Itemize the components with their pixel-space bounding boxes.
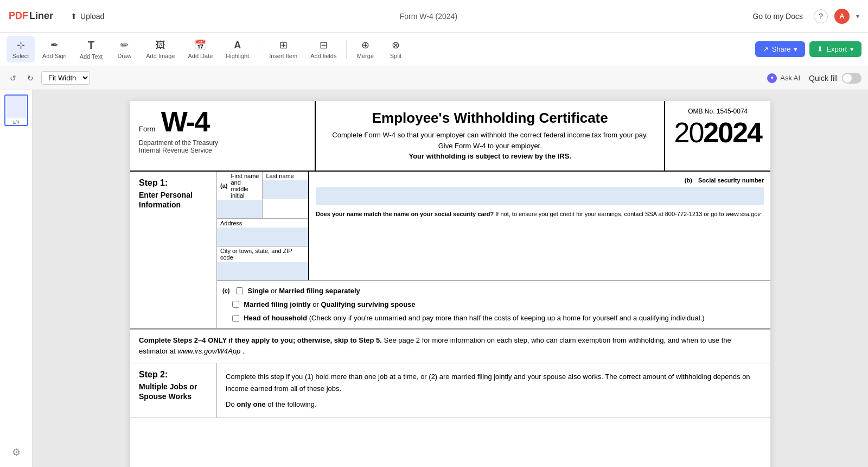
undo-button[interactable]: ↺ — [7, 72, 20, 85]
tool-split[interactable]: ⊗ Split — [381, 36, 410, 62]
document-area: Form W-4 Department of the Treasury Inte… — [33, 90, 868, 467]
settings-button[interactable]: ⚙ — [8, 442, 25, 463]
last-name-label: Last name — [263, 172, 308, 180]
header-right: Go to my Docs ? A ▾ — [748, 9, 859, 24]
add-text-icon: T — [88, 39, 94, 52]
merge-icon: ⊕ — [361, 39, 369, 51]
ssn-header: (b) Social security number — [316, 177, 764, 184]
tool-add-sign[interactable]: ✒ Add Sign — [37, 36, 72, 62]
upload-icon: ⬆ — [71, 12, 77, 21]
city-label: City or town, state, and ZIP code — [217, 247, 308, 262]
quick-fill-label: Quick fill — [809, 74, 838, 83]
name-ssn-section: (a) First name and middle initial Last n… — [217, 172, 770, 281]
document-page: Form W-4 Department of the Treasury Inte… — [130, 101, 770, 467]
field-a-label: (a) — [220, 182, 227, 189]
form-label-row: Form W-4 — [139, 108, 306, 136]
step1-row: Step 1: Enter Personal Information — [130, 172, 770, 329]
toolbar-separator-2 — [346, 40, 347, 59]
export-icon: ⬇ — [817, 45, 823, 53]
export-dropdown-arrow: ▾ — [850, 45, 854, 53]
tool-draw[interactable]: ✏ Draw — [110, 36, 138, 62]
omb-number: OMB No. 1545-0074 — [674, 108, 762, 115]
checkbox-row-2: c Married filing jointly or Qualifying s… — [217, 298, 770, 311]
department: Department of the Treasury — [139, 139, 306, 147]
tool-insert-item[interactable]: ⊞ Insert Item — [264, 36, 303, 62]
help-button[interactable]: ? — [814, 9, 828, 23]
ssn-input[interactable] — [316, 187, 764, 205]
form-header-center: Employee's Withholding Certificate Compl… — [315, 101, 665, 171]
redo-button[interactable]: ↻ — [24, 72, 37, 85]
ask-ai-button[interactable]: ✦ Ask AI — [763, 71, 805, 85]
share-button[interactable]: ↗ Share ▾ — [755, 41, 806, 57]
toolbar: ⊹ Select ✒ Add Sign T Add Text ✏ Draw 🖼 … — [0, 33, 868, 66]
skip-note: Complete Steps 2–4 ONLY if they apply to… — [130, 329, 770, 364]
step2-label: Step 2: Multiple Jobs or Spouse Works — [130, 363, 217, 418]
tool-add-text[interactable]: T Add Text — [74, 36, 108, 63]
checkbox-single[interactable] — [236, 287, 243, 294]
checkbox-married[interactable] — [232, 301, 239, 308]
name-section: (a) First name and middle initial Last n… — [217, 172, 308, 280]
share-dropdown-arrow: ▾ — [794, 45, 797, 53]
top-header: PDF Liner ⬆ Upload Form W-4 (2024) Go to… — [0, 0, 868, 33]
tool-add-image[interactable]: 🖼 Add Image — [141, 36, 180, 62]
last-name-input[interactable] — [263, 180, 308, 199]
fit-width-select[interactable]: Fit Width Fit Page 50% 75% 100% 125% 150… — [41, 71, 90, 85]
address-input[interactable] — [217, 228, 308, 246]
form-subtitle: Complete Form W-4 so that your employer … — [324, 130, 655, 162]
checkbox-row-3: c Head of household (Check only if you'r… — [217, 311, 770, 325]
logo-liner: Liner — [29, 10, 53, 22]
form-w4: Form W-4 Department of the Treasury Inte… — [130, 101, 770, 418]
export-button[interactable]: ⬇ Export ▾ — [809, 41, 861, 57]
highlight-icon: A — [234, 40, 241, 51]
address-section: Address — [217, 219, 308, 247]
avatar-button[interactable]: A — [834, 9, 850, 24]
step1-content: (a) First name and middle initial Last n… — [217, 172, 770, 328]
sub-toolbar-right: ✦ Ask AI Quick fill — [763, 71, 861, 85]
main-area: 1/4 ⚙ Form W-4 Department of the Treasur… — [0, 90, 868, 467]
address-label: Address — [217, 219, 308, 228]
first-last-name-row: (a) First name and middle initial Last n… — [217, 172, 308, 219]
form-header: Form W-4 Department of the Treasury Inte… — [130, 101, 770, 172]
page-number: 1/4 — [12, 119, 20, 125]
add-fields-icon: ⊟ — [320, 39, 328, 51]
goto-docs-button[interactable]: Go to my Docs — [748, 10, 807, 23]
form-main-title: Employee's Withholding Certificate — [324, 110, 655, 127]
tool-add-date[interactable]: 📅 Add Date — [182, 36, 218, 62]
left-sidebar: 1/4 ⚙ — [0, 90, 33, 467]
irs-service: Internal Revenue Service — [139, 147, 306, 154]
checkbox-head-household[interactable] — [232, 315, 239, 322]
first-name-input[interactable] — [217, 200, 262, 218]
field-c-label: (c) — [222, 287, 229, 294]
logo-pdf: PDF — [9, 10, 28, 22]
page-thumbnail[interactable]: 1/4 — [4, 94, 28, 126]
ssn-note: Does your name match the name on your so… — [316, 210, 764, 219]
toggle-knob — [843, 74, 852, 83]
tool-highlight[interactable]: A Highlight — [220, 36, 254, 62]
step2-content: Complete this step if you (1) hold more … — [217, 363, 770, 418]
tool-merge[interactable]: ⊕ Merge — [351, 36, 379, 62]
step2-row: Step 2: Multiple Jobs or Spouse Works Co… — [130, 363, 770, 418]
city-input[interactable] — [217, 262, 308, 280]
split-icon: ⊗ — [392, 39, 400, 51]
last-name-cell: Last name — [263, 172, 308, 218]
share-icon: ↗ — [763, 45, 769, 53]
ask-ai-icon: ✦ — [767, 73, 777, 83]
tool-add-fields[interactable]: ⊟ Add fields — [305, 36, 342, 62]
page-thumb-image — [7, 96, 26, 118]
form-number: W-4 — [161, 106, 209, 137]
add-image-icon: 🖼 — [156, 40, 165, 51]
checkbox-section: (c) Single or Married filing separately … — [217, 281, 770, 328]
city-section: City or town, state, and ZIP code — [217, 247, 308, 280]
toolbar-separator-1 — [259, 40, 259, 59]
form-label: Form — [139, 125, 155, 133]
draw-icon: ✏ — [120, 39, 129, 51]
tool-select[interactable]: ⊹ Select — [7, 36, 35, 62]
avatar-dropdown[interactable]: ▾ — [856, 12, 859, 20]
ssn-block: (b) Social security number Does your nam… — [308, 172, 770, 280]
upload-button[interactable]: ⬆ Upload — [66, 10, 108, 23]
form-header-left: Form W-4 Department of the Treasury Inte… — [130, 101, 315, 171]
checkbox-row-1: (c) Single or Married filing separately — [217, 284, 770, 298]
quick-fill-toggle[interactable] — [842, 73, 861, 84]
step1-label: Step 1: Enter Personal Information — [130, 172, 217, 328]
toolbar-right: ↗ Share ▾ ⬇ Export ▾ — [755, 41, 861, 57]
